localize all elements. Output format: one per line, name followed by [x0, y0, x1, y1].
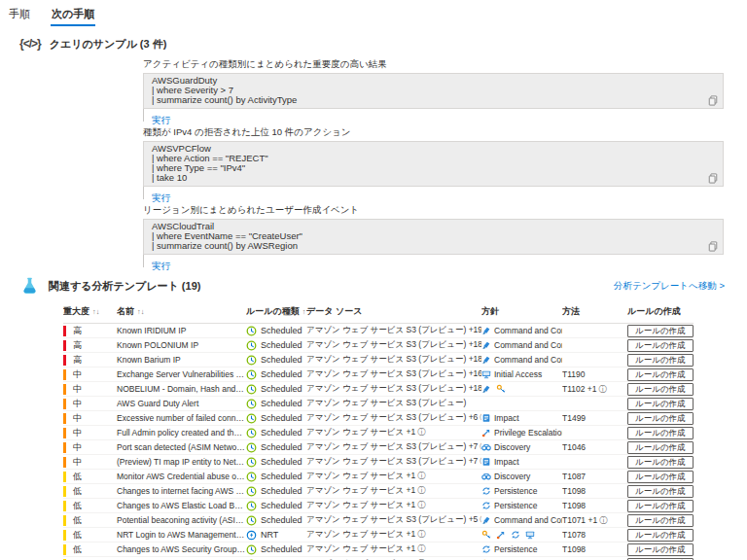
rule-type-label: Scheduled	[261, 544, 302, 554]
go-to-analytics-link[interactable]: 分析テンプレートへ移動 >	[614, 280, 725, 293]
template-name: Known IRIDIUM IP	[117, 326, 246, 335]
table-row[interactable]: 中 Exchange Server Vulnerabilities Disclo…	[63, 368, 694, 382]
column-header[interactable]: ルールの種類 ↑↓	[246, 305, 306, 318]
privilege-escalation-icon	[481, 428, 491, 438]
tactics-cell: Privilege Escalation	[481, 428, 562, 438]
severity-bar	[63, 501, 66, 511]
template-name: AWS Guard Duty Alert	[117, 399, 246, 408]
tactic: Command and Control	[481, 326, 562, 335]
rule-type-label: Scheduled	[261, 472, 302, 481]
sort-arrows-icon: ↑↓	[137, 307, 145, 316]
tactics-cell	[481, 530, 562, 540]
severity-bar	[63, 413, 66, 424]
tab-1[interactable]: 手順	[8, 5, 31, 26]
create-rule-button[interactable]: ルールの作成	[627, 427, 694, 439]
template-name: (Preview) TI map IP entity to Network Se…	[117, 457, 246, 467]
table-row[interactable]: 中 Port scan detected (ASIM Network Sessi…	[63, 440, 694, 455]
query-code-block[interactable]: AWSCloudTrail | where EventName == "Crea…	[143, 219, 724, 255]
run-query-link[interactable]: 実行	[152, 192, 170, 203]
template-name: Known Barium IP	[117, 355, 246, 365]
create-rule-button[interactable]: ルールの作成	[627, 485, 694, 498]
tactics-cell: Command and Control	[481, 326, 562, 335]
tactic	[481, 384, 491, 394]
clock-icon	[246, 472, 257, 482]
table-row[interactable]: 低 Changes to AWS Security Group ingress …	[63, 542, 694, 557]
copy-icon[interactable]	[708, 173, 718, 184]
rule-type-label: Scheduled	[261, 442, 302, 452]
severity-bar	[63, 486, 66, 497]
template-name: Exchange Server Vulnerabilities Disclose…	[117, 369, 246, 379]
tactics-cell	[481, 384, 562, 394]
run-query-link[interactable]: 実行	[152, 261, 170, 271]
create-rule-button[interactable]: ルールの作成	[627, 325, 694, 337]
flask-icon	[19, 276, 40, 297]
create-rule-button[interactable]: ルールの作成	[627, 543, 694, 556]
severity-bar	[63, 340, 66, 351]
query-code-block[interactable]: AWSGuardDuty | where Severity > 7 | summ…	[143, 73, 724, 109]
table-row[interactable]: 中 (Preview) TI map IP entity to Network …	[63, 455, 694, 470]
technique: T1098	[562, 544, 586, 554]
data-source: アマゾン ウェブ サービス +1	[306, 471, 415, 480]
query-sample: リージョン別にまとめられたユーザー作成イベント AWSCloudTrail | …	[143, 204, 747, 267]
create-rule-button[interactable]: ルールの作成	[627, 383, 694, 396]
data-source: アマゾン ウェブ サービス +1	[306, 529, 415, 539]
severity-label: 低	[73, 500, 82, 512]
table-row[interactable]: 中 AWS Guard Duty Alert Scheduled アマゾン ウェ…	[63, 397, 694, 411]
copy-icon[interactable]	[708, 95, 718, 106]
create-rule-button[interactable]: ルールの作成	[627, 354, 694, 367]
create-rule-button[interactable]: ルールの作成	[627, 500, 694, 512]
rule-type-label: Scheduled	[261, 457, 302, 467]
tactics-cell: Discovery	[481, 442, 562, 452]
create-rule-button[interactable]: ルールの作成	[627, 398, 694, 410]
analytics-templates-section: 関連する分析テンプレート (19) 分析テンプレートへ移動 > 重大度 ↑↓ 名…	[19, 276, 747, 560]
table-row[interactable]: 低 Changes to AWS Elastic Load Balancer s…	[63, 499, 694, 513]
column-header[interactable]: 名前 ↑↓	[117, 305, 246, 318]
create-rule-button[interactable]: ルールの作成	[627, 456, 694, 469]
rule-type-label: Scheduled	[261, 515, 302, 525]
tactics-cell: Command and Control	[481, 340, 562, 350]
table-row[interactable]: 低 NRT Login to AWS Management Consol... …	[63, 528, 694, 542]
create-rule-button[interactable]: ルールの作成	[627, 514, 694, 527]
tactic: Command and Control	[481, 340, 562, 350]
table-row[interactable]: 低 Monitor AWS Credential abuse or hijack…	[63, 470, 694, 484]
query-code-block[interactable]: AWSVPCFlow | where Action == "REJECT" | …	[143, 141, 724, 187]
technique: T1087	[562, 472, 586, 481]
column-header-label: ルールの作成	[627, 305, 681, 318]
tab-2[interactable]: 次の手順	[51, 5, 95, 26]
table-row[interactable]: 高 Known Barium IP Scheduled アマゾン ウェブ サービ…	[63, 353, 694, 368]
data-source: アマゾン ウェブ サービス S3 (プレビュー) +7	[306, 441, 478, 451]
info-icon: ⓘ	[417, 486, 425, 495]
table-row[interactable]: 低 Potential beaconing activity (ASIM Net…	[63, 513, 694, 528]
clock-icon	[246, 428, 257, 438]
create-rule-button[interactable]: ルールの作成	[627, 441, 694, 454]
create-rule-button[interactable]: ルールの作成	[627, 529, 694, 542]
technique: T1098	[562, 501, 586, 510]
run-query-link[interactable]: 実行	[152, 115, 170, 125]
create-rule-button[interactable]: ルールの作成	[627, 412, 694, 425]
template-name: Changes to internet facing AWS RDS Dat..…	[117, 486, 246, 496]
tactic	[511, 530, 520, 540]
severity-label: 低	[73, 485, 82, 498]
table-row[interactable]: 高 Known POLONIUM IP Scheduled アマゾン ウェブ サ…	[63, 338, 694, 353]
column-header[interactable]: 重大度 ↑↓	[63, 305, 117, 318]
copy-icon[interactable]	[708, 241, 718, 252]
table-row[interactable]: 高 Known IRIDIUM IP Scheduled アマゾン ウェブ サー…	[63, 324, 694, 338]
table-row[interactable]: 中 Full Admin policy created and then att…	[63, 426, 694, 440]
clock-icon	[246, 369, 257, 380]
command-and-control-icon	[481, 340, 491, 350]
template-name: Known POLONIUM IP	[117, 340, 246, 350]
create-rule-button[interactable]: ルールの作成	[627, 339, 694, 352]
template-name: NRT Login to AWS Management Consol...	[117, 530, 246, 540]
technique: T1499	[562, 413, 586, 423]
nrt-icon	[246, 530, 257, 541]
severity-label: 低	[73, 471, 82, 483]
table-row[interactable]: 中 Excessive number of failed connections…	[63, 411, 694, 426]
tactics-cell: Command and Control	[481, 515, 562, 525]
create-rule-button[interactable]: ルールの作成	[627, 368, 694, 381]
tactic	[481, 530, 491, 540]
persistence-icon	[511, 530, 520, 540]
data-source: アマゾン ウェブ サービス S3 (プレビュー) +18	[306, 354, 481, 364]
table-row[interactable]: 低 Changes to internet facing AWS RDS Dat…	[63, 484, 694, 499]
create-rule-button[interactable]: ルールの作成	[627, 471, 694, 483]
table-row[interactable]: 中 NOBELIUM - Domain, Hash and IP IOCs -.…	[63, 382, 694, 397]
